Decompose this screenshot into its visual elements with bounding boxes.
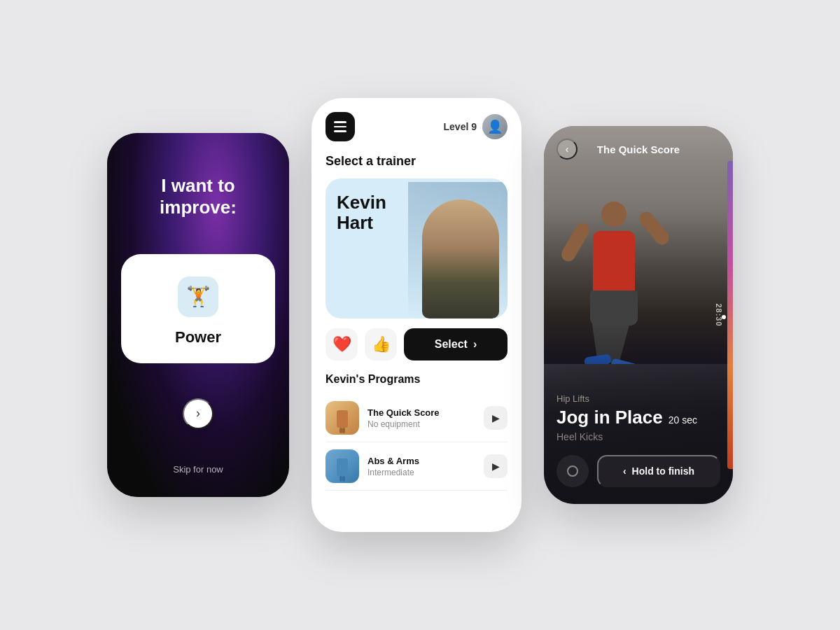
heart-icon: ❤️: [332, 335, 351, 354]
like-button[interactable]: ❤️: [326, 328, 358, 360]
hold-to-finish-button[interactable]: ‹ Hold to finish: [597, 455, 720, 487]
thumbsup-button[interactable]: 👍: [365, 328, 397, 360]
program-subtitle-1: No equipment: [368, 419, 475, 429]
progress-dot: [722, 315, 726, 319]
athlete-torso: [593, 231, 635, 294]
athlete-head: [601, 202, 626, 227]
back-arrow-icon: ‹: [566, 144, 569, 155]
trainer-image: [408, 182, 507, 318]
record-button[interactable]: [556, 455, 589, 487]
play-button-1[interactable]: ▶: [484, 406, 507, 430]
program-thumb-2: [326, 449, 359, 483]
record-inner-circle: [567, 465, 578, 477]
program-name-2: Abs & Arms: [368, 456, 475, 466]
programs-title: Kevin's Programs: [326, 373, 507, 386]
program-thumb-1: [326, 401, 359, 435]
program-thumb-icon-2: [331, 455, 354, 483]
trainer-name-line2: Hart: [337, 213, 386, 233]
phone3-title: The Quick Score: [578, 144, 699, 155]
phone3-content: Hip Lifts Jog in Place 20 sec Heel Kicks…: [544, 393, 733, 504]
trainer-card[interactable]: Kevin Hart: [326, 178, 507, 318]
phone-2: Level 9 👤 Select a trainer Kevin Hart ❤️: [312, 98, 522, 532]
skip-button[interactable]: Skip for now: [173, 464, 223, 475]
prev-exercise-label: Hip Lifts: [556, 393, 720, 404]
svg-rect-5: [342, 476, 345, 482]
phone1-title: I want to improve:: [121, 175, 275, 218]
current-exercise-duration: 20 sec: [668, 414, 697, 426]
svg-rect-1: [340, 428, 342, 433]
svg-rect-4: [340, 476, 342, 482]
current-exercise-name: Jog in Place: [556, 407, 663, 428]
phone1-card: 🏋️ Power: [121, 254, 275, 363]
phone-3: ‹ The Quick Score 28:30 Hip Lifts Jog in…: [544, 126, 733, 504]
program-subtitle-2: Intermediate: [368, 468, 475, 477]
thumbsup-icon: 👍: [372, 335, 391, 354]
trainer-silhouette: [422, 200, 499, 318]
athlete-arm-right: [636, 209, 672, 248]
menu-button[interactable]: [326, 112, 355, 141]
level-row: Level 9 👤: [444, 114, 507, 139]
action-row: ❤️ 👍 Select ›: [326, 328, 507, 360]
menu-line-3: [334, 130, 346, 132]
select-label: Select: [435, 338, 468, 351]
select-arrow-icon: ›: [473, 338, 477, 351]
level-text: Level 9: [444, 121, 477, 132]
hold-label: Hold to finish: [632, 465, 694, 477]
next-exercise-label: Heel Kicks: [556, 431, 720, 442]
program-item-1[interactable]: The Quick Score No equipment ▶: [326, 394, 507, 442]
athlete-arm-left: [559, 220, 592, 264]
user-avatar[interactable]: 👤: [482, 114, 507, 139]
current-exercise-row: Jog in Place 20 sec: [556, 407, 720, 428]
svg-rect-0: [337, 410, 348, 428]
workout-icon: 🏋️: [178, 276, 218, 317]
back-button[interactable]: ‹: [556, 139, 578, 160]
menu-line-1: [334, 121, 346, 123]
hold-arrow-icon: ‹: [623, 465, 626, 477]
next-button[interactable]: ›: [183, 398, 214, 429]
program-thumb-icon-1: [331, 407, 354, 435]
select-button[interactable]: Select ›: [404, 328, 507, 360]
program-name-1: The Quick Score: [368, 407, 475, 418]
hold-row: ‹ Hold to finish: [556, 455, 720, 487]
trainer-name-line1: Kevin: [337, 192, 386, 213]
phone3-header: ‹ The Quick Score: [544, 126, 733, 160]
svg-rect-2: [342, 428, 345, 433]
next-arrow-icon: ›: [196, 406, 200, 421]
power-label: Power: [175, 328, 221, 346]
phone2-header: Level 9 👤: [326, 112, 507, 141]
program-item-2[interactable]: Abs & Arms Intermediate ▶: [326, 442, 507, 491]
select-trainer-title: Select a trainer: [326, 154, 507, 169]
play-button-2[interactable]: ▶: [484, 454, 507, 478]
menu-line-2: [334, 126, 346, 128]
program-info-2: Abs & Arms Intermediate: [368, 456, 475, 477]
svg-rect-3: [337, 458, 348, 476]
program-info-1: The Quick Score No equipment: [368, 407, 475, 429]
phone-1: I want to improve: 🏋️ Power › Skip for n…: [107, 133, 289, 497]
